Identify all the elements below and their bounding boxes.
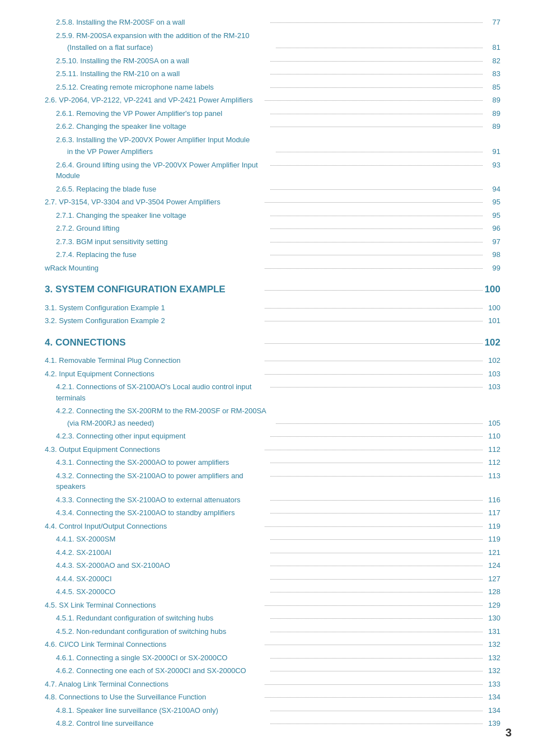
toc-entry: 2.5.8. Installing the RM-200SF on a wall… xyxy=(45,17,500,28)
toc-label: 2.6.2. Changing the speaker line voltage xyxy=(56,121,268,132)
toc-label: 4.3. Output Equipment Connections xyxy=(45,444,263,455)
toc-dots xyxy=(270,500,483,501)
toc-entry: 4.3.1. Connecting the SX-2000AO to power… xyxy=(45,457,500,468)
toc-label: 4.2.1. Connections of SX-2100AO's Local … xyxy=(56,381,268,403)
toc-entry: 4.4.3. SX-2000AO and SX-2100AO124 xyxy=(45,560,500,571)
toc-dots xyxy=(270,216,483,216)
toc-dots xyxy=(270,632,483,632)
toc-entry: 4.2.3. Connecting other input equipment1… xyxy=(45,431,500,442)
toc-page: 77 xyxy=(485,17,500,28)
toc-page: 116 xyxy=(485,494,500,506)
toc-dots xyxy=(270,61,483,62)
toc-label: 4.5. SX Link Terminal Connections xyxy=(45,600,263,611)
toc-label: 2.5.8. Installing the RM-200SF on a wall xyxy=(56,17,268,28)
toc-label: 4.4.1. SX-2000SM xyxy=(56,534,268,545)
toc-label: 2.7.4. Replacing the fuse xyxy=(56,249,268,260)
toc-page: 95 xyxy=(485,210,500,221)
toc-entry: 4.3. Output Equipment Connections112 xyxy=(45,444,500,455)
toc-page: 112 xyxy=(485,444,500,455)
toc-page: 110 xyxy=(485,431,500,442)
toc-label: 2.7.1. Changing the speaker line voltage xyxy=(56,210,268,221)
page-number: 3 xyxy=(505,726,512,739)
toc-entry: 4.2.2. Connecting the SX-200RM to the RM… xyxy=(45,405,500,417)
toc-container: 2.5.8. Installing the RM-200SF on a wall… xyxy=(45,17,500,729)
toc-page: 132 xyxy=(485,639,500,650)
toc-dots xyxy=(276,423,483,424)
toc-page: 113 xyxy=(485,470,500,482)
toc-dots xyxy=(270,127,483,127)
toc-entry: 4.4. Control Input/Output Connections119 xyxy=(45,521,500,532)
toc-entry: 4.8.1. Speaker line surveillance (SX-210… xyxy=(45,705,500,716)
toc-entry: 2.6.3. Installing the VP-200VX Power Amp… xyxy=(45,134,500,146)
toc-page: 130 xyxy=(485,613,500,624)
toc-entry: 2.7.1. Changing the speaker line voltage… xyxy=(45,210,500,221)
toc-label: 4.4.2. SX-2100AI xyxy=(56,547,268,558)
toc-dots xyxy=(265,374,483,375)
toc-entry: 2.6. VP-2064, VP-2122, VP-2241 and VP-24… xyxy=(45,95,500,106)
toc-entry: 4.5.1. Redundant configuration of switch… xyxy=(45,613,500,624)
toc-page: 98 xyxy=(485,249,500,260)
section-header-page: 100 xyxy=(485,282,500,297)
toc-label: 4.4.5. SX-2000CO xyxy=(56,586,268,598)
toc-dots xyxy=(270,579,483,580)
toc-label: 4.8.1. Speaker line surveillance (SX-210… xyxy=(56,705,268,716)
toc-label: 4.4. Control Input/Output Connections xyxy=(45,521,263,532)
toc-entry: 2.5.9. RM-200SA expansion with the addit… xyxy=(45,30,500,41)
toc-dots xyxy=(270,658,483,659)
toc-dots xyxy=(270,724,483,724)
toc-page: 99 xyxy=(485,263,500,274)
toc-page: 117 xyxy=(485,507,500,519)
toc-label: 2.7.2. Ground lifting xyxy=(56,223,268,234)
toc-dots xyxy=(270,592,483,592)
toc-label: 4.5.2. Non-redundant configuration of sw… xyxy=(56,626,268,637)
toc-entry: 2.7.2. Ground lifting96 xyxy=(45,223,500,234)
toc-entry: 2.6.4. Ground lifting using the VP-200VX… xyxy=(45,160,500,181)
toc-entry: 2.7.4. Replacing the fuse98 xyxy=(45,249,500,260)
toc-dots xyxy=(265,645,483,645)
toc-label: 4.3.2. Connecting the SX-2100AO to power… xyxy=(56,470,268,492)
toc-dots xyxy=(270,671,483,671)
toc-page: 96 xyxy=(485,223,500,234)
toc-page: 134 xyxy=(485,705,500,716)
toc-dots xyxy=(270,22,483,23)
toc-page: 100 xyxy=(485,302,500,314)
toc-label: 2.6.1. Removing the VP Power Amplifier's… xyxy=(56,108,268,119)
toc-entry: 4.1. Removable Terminal Plug Connection1… xyxy=(45,355,500,366)
toc-label: 4.3.4. Connecting the SX-2100AO to stand… xyxy=(56,507,268,519)
section-header-page: 102 xyxy=(485,335,500,350)
toc-label: 4.8. Connections to Use the Surveillance… xyxy=(45,692,263,703)
toc-dots xyxy=(270,189,483,190)
toc-label: 2.6.5. Replacing the blade fuse xyxy=(56,184,268,195)
toc-page: 83 xyxy=(485,68,500,80)
toc-label: 3.1. System Configuration Example 1 xyxy=(45,302,263,314)
toc-dots xyxy=(270,513,483,514)
toc-dots xyxy=(265,697,483,698)
toc-page: 89 xyxy=(485,121,500,132)
toc-page: 119 xyxy=(485,521,500,532)
toc-entry: wRack Mounting99 xyxy=(45,263,500,274)
toc-label: 4.2.3. Connecting other input equipment xyxy=(56,431,268,442)
toc-label: (Installed on a flat surface) xyxy=(67,42,274,53)
toc-entry: 4.2. Input Equipment Connections103 xyxy=(45,368,500,380)
toc-dots xyxy=(270,242,483,242)
toc-page: 101 xyxy=(485,315,500,326)
toc-dots xyxy=(270,618,483,619)
toc-entry: 4.8.2. Control line surveillance139 xyxy=(45,718,500,729)
toc-page: 133 xyxy=(485,679,500,690)
section-header-3: 3. SYSTEM CONFIGURATION EXAMPLE 100 xyxy=(45,282,500,297)
toc-entry: (Installed on a flat surface)81 xyxy=(45,42,500,53)
toc-dots xyxy=(265,308,483,309)
toc-entry: 4.3.4. Connecting the SX-2100AO to stand… xyxy=(45,507,500,519)
toc-entry: 4.6.1. Connecting a single SX-2000CI or … xyxy=(45,652,500,664)
toc-entry: 2.7. VP-3154, VP-3304 and VP-3504 Power … xyxy=(45,197,500,208)
toc-page: 127 xyxy=(485,573,500,585)
toc-dots xyxy=(270,553,483,553)
toc-page: 103 xyxy=(485,381,500,393)
toc-entry: (via RM-200RJ as needed)105 xyxy=(45,418,500,429)
toc-entry: 2.6.2. Changing the speaker line voltage… xyxy=(45,121,500,132)
toc-page: 89 xyxy=(485,95,500,106)
toc-entry: 4.4.4. SX-2000CI127 xyxy=(45,573,500,585)
toc-entry: 4.4.5. SX-2000CO128 xyxy=(45,586,500,598)
toc-label: 4.4.4. SX-2000CI xyxy=(56,573,268,585)
toc-entry: 4.6.2. Connecting one each of SX-2000CI … xyxy=(45,665,500,676)
